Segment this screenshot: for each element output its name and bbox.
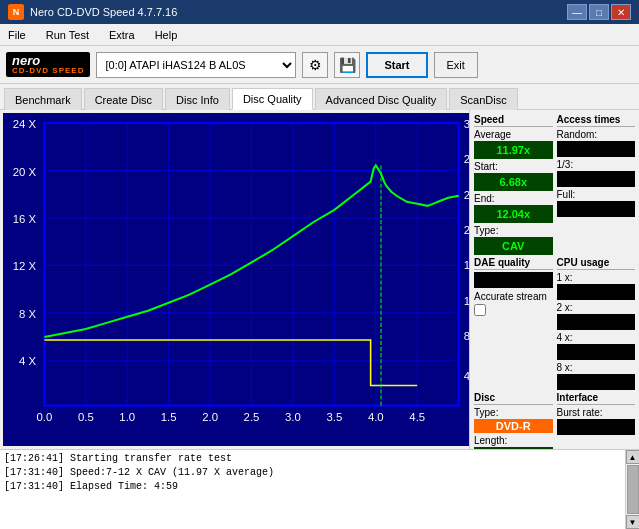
svg-text:4.0: 4.0 [368, 411, 384, 423]
type-label: Type: [474, 225, 553, 236]
cpu-1x-label: 1 x: [557, 272, 636, 283]
menu-bar: File Run Test Extra Help [0, 24, 639, 46]
log-entry-1: [17:31:40] Speed:7-12 X CAV (11.97 X ave… [4, 466, 621, 480]
toolbar: nero CD-DVD SPEED [0:0] ATAPI iHAS124 B … [0, 46, 639, 84]
right-panel: Speed Average 11.97x Start: 6.68x End: 1… [469, 110, 639, 449]
svg-text:16 X: 16 X [13, 213, 37, 225]
menu-file[interactable]: File [4, 27, 30, 43]
scroll-down-arrow[interactable]: ▼ [626, 515, 640, 529]
svg-text:12: 12 [464, 295, 469, 307]
cpu-8x-value [557, 374, 636, 390]
log-scrollbar: ▲ ▼ [625, 450, 639, 529]
one-third-value [557, 171, 636, 187]
disc-header: Disc [474, 392, 553, 405]
svg-text:24: 24 [464, 189, 469, 201]
log-entry-2: [17:31:40] Elapsed Time: 4:59 [4, 480, 621, 494]
full-label: Full: [557, 189, 636, 200]
svg-text:4: 4 [464, 371, 469, 383]
log-time-0: [17:26:41] [4, 453, 64, 464]
tab-scan-disc[interactable]: ScanDisc [449, 88, 517, 110]
log-msg-0: Starting transfer rate test [70, 453, 232, 464]
menu-extra[interactable]: Extra [105, 27, 139, 43]
top-panels: Speed Average 11.97x Start: 6.68x End: 1… [474, 114, 635, 255]
svg-text:2.5: 2.5 [244, 411, 260, 423]
cpu-2x-value [557, 314, 636, 330]
svg-text:3.0: 3.0 [285, 411, 301, 423]
svg-text:4 X: 4 X [19, 355, 37, 367]
log-entry-0: [17:26:41] Starting transfer rate test [4, 452, 621, 466]
full-value [557, 201, 636, 217]
save-icon-button[interactable]: 💾 [334, 52, 360, 78]
app-title: Nero CD-DVD Speed 4.7.7.16 [30, 6, 177, 18]
cpu-panel: CPU usage 1 x: 2 x: 4 x: 8 x: [557, 257, 636, 390]
cpu-header: CPU usage [557, 257, 636, 270]
mid-panels: DAE quality Accurate stream CPU usage 1 … [474, 257, 635, 390]
exit-button[interactable]: Exit [434, 52, 478, 78]
dae-header: DAE quality [474, 257, 553, 270]
dae-panel: DAE quality Accurate stream [474, 257, 553, 390]
svg-text:28: 28 [464, 154, 469, 166]
svg-text:1.0: 1.0 [119, 411, 135, 423]
interface-header: Interface [557, 392, 636, 405]
log-section: [17:26:41] Starting transfer rate test [… [0, 449, 639, 529]
menu-help[interactable]: Help [151, 27, 182, 43]
burst-value [557, 419, 636, 435]
title-bar: N Nero CD-DVD Speed 4.7.7.16 — □ ✕ [0, 0, 639, 24]
log-panel: [17:26:41] Starting transfer rate test [… [0, 450, 625, 529]
svg-text:32: 32 [464, 118, 469, 130]
drive-selector[interactable]: [0:0] ATAPI iHAS124 B AL0S [96, 52, 296, 78]
options-icon-button[interactable]: ⚙ [302, 52, 328, 78]
cpu-2x-label: 2 x: [557, 302, 636, 313]
svg-text:2.0: 2.0 [202, 411, 218, 423]
tab-disc-info[interactable]: Disc Info [165, 88, 230, 110]
cpu-1x-value [557, 284, 636, 300]
tab-advanced-disc-quality[interactable]: Advanced Disc Quality [315, 88, 448, 110]
disc-type-value: DVD-R [474, 419, 553, 433]
svg-text:24 X: 24 X [13, 118, 37, 130]
disc-panel: Disc Type: DVD-R Length: 4.38 GB [474, 392, 553, 449]
maximize-button[interactable]: □ [589, 4, 609, 20]
average-label: Average [474, 129, 553, 140]
logo-sub: CD-DVD SPEED [12, 67, 84, 75]
scroll-thumb[interactable] [627, 465, 639, 514]
svg-text:16: 16 [464, 260, 469, 272]
tab-benchmark[interactable]: Benchmark [4, 88, 82, 110]
one-third-label: 1/3: [557, 159, 636, 170]
minimize-button[interactable]: — [567, 4, 587, 20]
log-msg-1: Speed:7-12 X CAV (11.97 X average) [70, 467, 274, 478]
close-button[interactable]: ✕ [611, 4, 631, 20]
svg-text:1.5: 1.5 [161, 411, 177, 423]
speed-chart: 24 X 20 X 16 X 12 X 8 X 4 X 32 28 24 20 … [3, 113, 469, 446]
log-time-1: [17:31:40] [4, 467, 64, 478]
svg-text:3.5: 3.5 [326, 411, 342, 423]
title-bar-controls: — □ ✕ [567, 4, 631, 20]
accurate-stream-checkbox[interactable] [474, 304, 486, 316]
end-label: End: [474, 193, 553, 204]
svg-text:12 X: 12 X [13, 261, 37, 273]
menu-run-test[interactable]: Run Test [42, 27, 93, 43]
scroll-up-arrow[interactable]: ▲ [626, 450, 640, 464]
speed-header: Speed [474, 114, 553, 127]
disc-length-label: Length: [474, 435, 553, 446]
app-window: N Nero CD-DVD Speed 4.7.7.16 — □ ✕ File … [0, 0, 639, 529]
svg-text:8 X: 8 X [19, 308, 37, 320]
dae-value [474, 272, 553, 288]
start-button[interactable]: Start [366, 52, 427, 78]
svg-text:20 X: 20 X [13, 166, 37, 178]
random-value [557, 141, 636, 157]
speed-panel: Speed Average 11.97x Start: 6.68x End: 1… [474, 114, 553, 255]
logo: nero CD-DVD SPEED [6, 52, 90, 77]
average-value: 11.97x [474, 141, 553, 159]
svg-text:20: 20 [464, 224, 469, 236]
cpu-8x-label: 8 x: [557, 362, 636, 373]
bottom-panels: Disc Type: DVD-R Length: 4.38 GB Interfa… [474, 392, 635, 449]
svg-text:0.5: 0.5 [78, 411, 94, 423]
svg-text:4.5: 4.5 [409, 411, 425, 423]
title-bar-left: N Nero CD-DVD Speed 4.7.7.16 [8, 4, 177, 20]
tab-disc-quality[interactable]: Disc Quality [232, 88, 313, 110]
end-value: 12.04x [474, 205, 553, 223]
svg-text:8: 8 [464, 330, 469, 342]
random-label: Random: [557, 129, 636, 140]
tab-create-disc[interactable]: Create Disc [84, 88, 163, 110]
accurate-stream-row [474, 304, 553, 316]
